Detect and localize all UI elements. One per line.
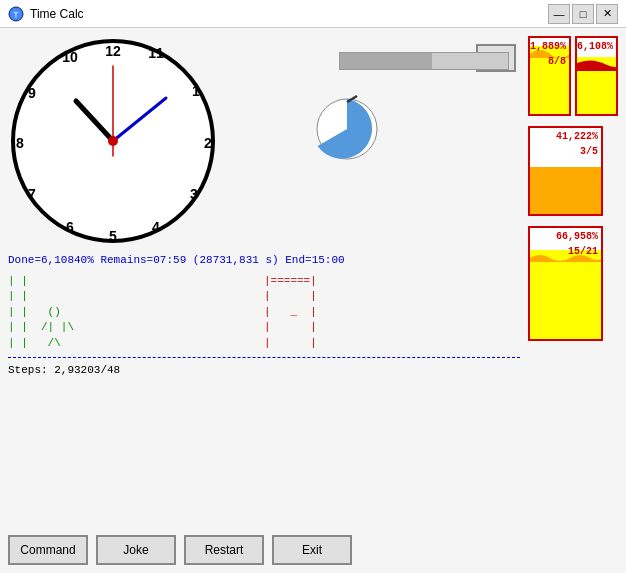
svg-text:12: 12 [105,43,121,59]
clock-face: 12 1 2 3 4 5 6 7 8 9 10 11 [8,36,218,246]
svg-text:9: 9 [28,85,36,101]
gauge-4-fill [530,250,601,339]
ascii-left: | | | | | | () | | /| |\ | | /\ [8,274,264,351]
svg-text:7: 7 [28,186,36,202]
ascii-art-section: | | | | | | () | | /| |\ | | /\ |======|… [8,274,520,351]
top-gauges: 1,889% 8/8 6,108% [528,36,618,116]
svg-point-18 [108,136,118,146]
svg-text:6: 6 [66,219,74,235]
pie-chart [312,94,382,164]
top-row: 12 1 2 3 4 5 6 7 8 9 10 11 [8,36,520,246]
gauge-4-sublabel: 15/21 [568,246,598,257]
gauge-3-sublabel: 3/5 [580,146,598,157]
top-center: ✕ [226,36,468,164]
close-button[interactable]: ✕ [596,4,618,24]
ascii-right: |======| | | | _ | | | | | [264,274,520,351]
gauge-3: 41,222% 3/5 [528,126,603,216]
title-bar: T Time Calc — □ ✕ [0,0,626,28]
svg-text:T: T [13,11,19,21]
status-text: Done=6,10840% Remains=07:59 (28731,831 s… [8,254,520,266]
svg-text:5: 5 [109,228,117,244]
right-panel: 1,889% 8/8 6,108% [528,36,618,565]
minimize-button[interactable]: — [548,4,570,24]
gauge-2: 6,108% [575,36,618,116]
gauge-3-fill [530,167,601,214]
gauge-4: 66,958% 15/21 [528,226,603,341]
clock-container: 12 1 2 3 4 5 6 7 8 9 10 11 [8,36,218,246]
gauge-1-sublabel: 8/8 [548,56,566,67]
gauge-2-fill [577,57,616,114]
svg-text:1: 1 [192,83,200,99]
app-icon: T [8,6,24,22]
steps-text: Steps: 2,93203/48 [8,364,520,376]
window-controls: — □ ✕ [548,4,618,24]
gauge-1: 1,889% 8/8 [528,36,571,116]
divider-line [8,357,520,358]
svg-text:11: 11 [148,45,164,61]
svg-text:4: 4 [152,219,160,235]
svg-text:2: 2 [204,135,212,151]
restart-button[interactable]: Restart [184,535,264,565]
gauge-4-label: 66,958% [556,231,598,242]
progress-bar-fill [340,53,432,69]
progress-bar-container [339,52,509,70]
gauge-2-label: 6,108% [577,41,613,52]
gauge-1-label: 1,889% [530,41,566,52]
left-panel: 12 1 2 3 4 5 6 7 8 9 10 11 [8,36,520,565]
pie-container [312,94,382,164]
progress-area: ✕ [339,42,355,70]
window-title: Time Calc [30,7,548,21]
gauge-2-wave [577,57,618,71]
maximize-button[interactable]: □ [572,4,594,24]
svg-text:8: 8 [16,135,24,151]
svg-text:10: 10 [62,49,78,65]
svg-text:3: 3 [190,186,198,202]
command-button[interactable]: Command [8,535,88,565]
bottom-buttons: Command Joke Restart Exit [8,529,520,565]
joke-button[interactable]: Joke [96,535,176,565]
exit-button[interactable]: Exit [272,535,352,565]
gauge-3-label: 41,222% [556,131,598,142]
main-content: 12 1 2 3 4 5 6 7 8 9 10 11 [0,28,626,573]
